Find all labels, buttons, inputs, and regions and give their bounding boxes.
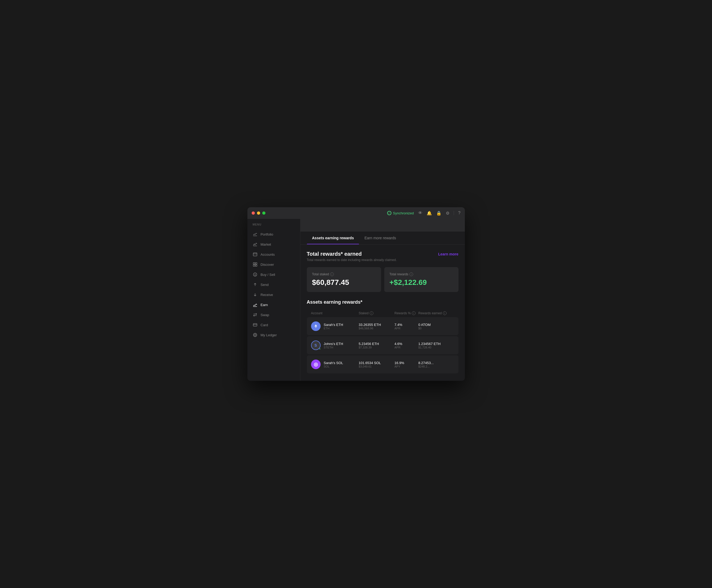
traffic-light-close[interactable] [252, 211, 255, 215]
sidebar-item-card[interactable]: Card [247, 320, 300, 330]
sidebar-item-market[interactable]: Market [247, 239, 300, 249]
titlebar-divider [454, 211, 454, 215]
total-staked-card: Total staked i $60,877.45 [307, 267, 381, 292]
sidebar-label-discover: Discover [261, 262, 274, 267]
sol-asset-icon: ◎ [311, 360, 321, 369]
stats-grid: Total staked i $60,877.45 Total rewards … [307, 267, 459, 292]
col-account: Account [311, 311, 359, 315]
svg-text:$: $ [254, 273, 256, 276]
card-icon [253, 322, 258, 327]
col-staked: Staked i [359, 311, 394, 315]
sidebar-item-earn[interactable]: Earn [247, 300, 300, 310]
assets-section-title: Assets earning rewards* [307, 299, 459, 305]
svg-marker-23 [314, 324, 317, 327]
receive-icon [253, 292, 258, 297]
total-rewards-info-icon[interactable]: i [409, 272, 413, 276]
sync-status: ✓ Synchronized [387, 211, 414, 215]
total-staked-label: Total staked i [312, 272, 376, 276]
eth-asset-icon [311, 321, 321, 331]
help-icon[interactable]: ? [458, 211, 461, 215]
sidebar-item-swap[interactable]: Swap [247, 310, 300, 320]
content-area: Total rewards* earned Total rewards earn… [301, 245, 465, 381]
portfolio-icon [253, 232, 258, 237]
accounts-icon [253, 252, 258, 257]
total-rewards-header: Total rewards* earned Total rewards earn… [307, 251, 459, 262]
app-body: MENU Portfolio Market [247, 219, 465, 381]
sidebar-item-send[interactable]: Send [247, 279, 300, 290]
svg-rect-4 [253, 262, 255, 264]
tabs-bar: Assets earning rewards Earn more rewards [301, 232, 465, 245]
table-row[interactable]: ◎ Sarah's SOL SOL 101.6534 SOL $3,049.61… [307, 355, 459, 373]
total-rewards-label: Total rewards i [389, 272, 453, 276]
sidebar-item-accounts[interactable]: Accounts [247, 249, 300, 259]
sidebar-label-my-ledger: My Ledger [261, 333, 277, 337]
sidebar-label-portfolio: Portfolio [261, 232, 273, 236]
rewards-cell-1: 1.234567 ETH $1,728.40 [419, 342, 454, 349]
sidebar-label-market: Market [261, 243, 271, 247]
apr-cell-0: 7.4% APR [394, 323, 419, 330]
bell-icon[interactable]: 🔔 [427, 211, 432, 216]
sidebar-item-discover[interactable]: Discover [247, 259, 300, 270]
asset-name-sol: Sarah's SOL SOL [324, 361, 343, 368]
sync-icon: ✓ [387, 211, 391, 215]
send-icon [253, 282, 258, 287]
gear-icon[interactable]: ⚙ [446, 211, 449, 216]
asset-name-eth: Sarah's ETH ETH [324, 323, 343, 330]
learn-more-button[interactable]: Learn more [438, 251, 458, 257]
staked-cell-2: 101.6534 SOL $3,049.61 [359, 361, 394, 368]
staked-col-info-icon[interactable]: i [370, 311, 373, 315]
rewards-cell-2: 8.27453... $248.2... [419, 361, 454, 368]
titlebar-right: ✓ Synchronized 👁 🔔 🔒 ⚙ ? [387, 211, 461, 216]
svg-rect-2 [253, 253, 257, 256]
staked-cell-0: 33.26355 ETH $46,568.96 [359, 323, 394, 330]
rewards-pct-col-info-icon[interactable]: i [412, 311, 415, 315]
sidebar-label-send: Send [261, 283, 269, 287]
lock-icon[interactable]: 🔒 [436, 211, 442, 216]
buy-sell-icon: $ [253, 272, 258, 277]
sidebar-label-accounts: Accounts [261, 253, 275, 256]
sidebar-item-my-ledger[interactable]: My Ledger [247, 330, 300, 340]
menu-label: MENU [247, 223, 300, 229]
sidebar-label-buy-sell: Buy / Sell [261, 273, 275, 277]
asset-info-steth: S Johns's ETH STETH [311, 340, 359, 350]
sidebar-label-card: Card [261, 323, 268, 327]
svg-rect-6 [253, 265, 255, 266]
asset-info-sol: ◎ Sarah's SOL SOL [311, 360, 359, 369]
sidebar: MENU Portfolio Market [247, 219, 301, 381]
svg-rect-7 [256, 265, 257, 266]
my-ledger-icon [253, 333, 258, 337]
table-header: Account Staked i Rewards % i Rewards ear… [307, 309, 459, 317]
sidebar-item-buy-sell[interactable]: $ Buy / Sell [247, 270, 300, 279]
eye-icon[interactable]: 👁 [418, 211, 423, 215]
svg-point-18 [255, 334, 256, 335]
total-staked-value: $60,877.45 [312, 278, 376, 287]
total-rewards-subtitle: Total rewards earned to date including r… [307, 258, 397, 262]
tab-assets-earning[interactable]: Assets earning rewards [307, 232, 359, 244]
total-rewards-card: Total rewards i +$2,122.69 [384, 267, 459, 292]
svg-rect-15 [253, 323, 257, 326]
steth-asset-icon: S [311, 340, 321, 350]
total-rewards-info: Total rewards* earned Total rewards earn… [307, 251, 397, 262]
mac-window: ✓ Synchronized 👁 🔔 🔒 ⚙ ? MENU Portf [247, 207, 465, 381]
assets-table: Assets earning rewards* Account Staked i… [307, 299, 459, 373]
titlebar: ✓ Synchronized 👁 🔔 🔒 ⚙ ? [247, 207, 465, 219]
rewards-earned-col-info-icon[interactable]: i [443, 311, 447, 315]
table-row[interactable]: S Johns's ETH STETH 5.23456 ETH $7,328.3… [307, 336, 459, 354]
table-row[interactable]: Sarah's ETH ETH 33.26355 ETH $46,568.96 … [307, 317, 459, 335]
sidebar-item-receive[interactable]: Receive [247, 290, 300, 300]
traffic-light-fullscreen[interactable] [262, 211, 265, 215]
swap-icon [253, 312, 258, 317]
apy-cell-2: 16.9% APY [394, 361, 419, 368]
total-rewards-title: Total rewards* earned [307, 251, 397, 257]
market-icon [253, 242, 258, 247]
sidebar-label-earn: Earn [261, 303, 268, 307]
traffic-light-minimize[interactable] [257, 211, 260, 215]
svg-rect-5 [256, 262, 257, 264]
total-staked-info-icon[interactable]: i [330, 272, 334, 276]
col-rewards-pct: Rewards % i [394, 311, 419, 315]
tab-earn-more[interactable]: Earn more rewards [359, 232, 401, 244]
main-content: Assets earning rewards Earn more rewards… [301, 219, 465, 381]
sidebar-item-portfolio[interactable]: Portfolio [247, 229, 300, 239]
rewards-cell-0: 0 ATOM $0 [419, 323, 454, 330]
header-bar [301, 219, 465, 232]
